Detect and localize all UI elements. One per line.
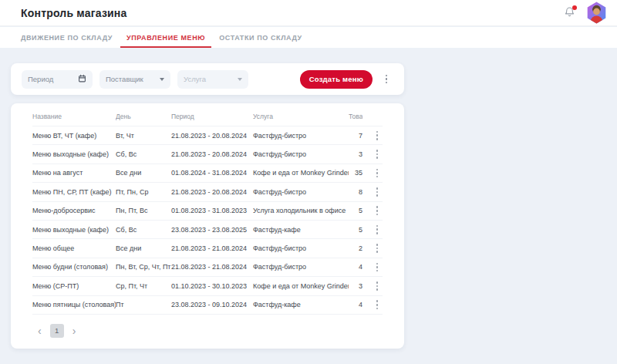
- tab-bar: ДВИЖЕНИЕ ПО СКЛАДУ УПРАВЛЕНИЕ МЕНЮ ОСТАТ…: [0, 27, 617, 48]
- header-actions: [562, 2, 607, 24]
- menu-table-card: Название День Период Услуга Товаров Меню…: [11, 103, 404, 349]
- cell-actions: [362, 185, 383, 199]
- kebab-icon: [376, 131, 379, 140]
- cell-items-count: 4: [349, 301, 362, 308]
- cell-service: Кофе и еда от Monkey Grinder: [253, 169, 349, 177]
- cell-service: Фастфуд-бистро: [253, 188, 349, 196]
- supplier-placeholder: Поставщик: [106, 75, 143, 83]
- table-row: Меню пятницы (столовая) Пт 23.08.2023 - …: [32, 296, 383, 315]
- cell-service: Услуга холодильник в офисе: [253, 207, 349, 214]
- cell-items-count: 8: [349, 188, 362, 196]
- period-filter[interactable]: Период: [22, 70, 93, 89]
- cell-name: Меню-добросервис: [32, 207, 116, 214]
- cell-period: 01.08.2023 - 31.08.2023: [171, 207, 253, 214]
- cell-period: 01.08.2024 - 31.08.2024: [171, 169, 253, 177]
- cell-actions: [362, 223, 383, 237]
- cell-period: 21.08.2023 - 20.08.2024: [171, 132, 253, 140]
- kebab-icon: [376, 206, 379, 215]
- row-actions-button[interactable]: [372, 129, 383, 143]
- cell-items-count: 5: [349, 226, 362, 234]
- page-number-button[interactable]: 1: [50, 324, 64, 338]
- notifications-button[interactable]: [562, 6, 576, 20]
- column-header-items: Товаров: [349, 113, 362, 120]
- store-control-page: Контроль магазина: [0, 0, 617, 364]
- cell-days: Пн, Пт, Вс: [116, 207, 171, 214]
- cell-days: Пн, Вт, Ср, Чт, Пт: [116, 263, 171, 271]
- period-placeholder: Период: [28, 75, 53, 83]
- prev-page-button[interactable]: ‹: [36, 325, 43, 336]
- cell-period: 21.08.2023 - 21.08.2024: [171, 263, 253, 271]
- cell-period: 21.08.2023 - 20.08.2024: [171, 188, 253, 196]
- column-header-day: День: [116, 113, 171, 120]
- table-row: Меню выходные (кафе) Сб, Вс 23.08.2023 -…: [32, 221, 383, 239]
- kebab-icon: [376, 244, 379, 253]
- tab-warehouse-stock[interactable]: ОСТАТКИ ПО СКЛАДУ: [213, 27, 308, 48]
- cell-actions: [362, 241, 383, 255]
- cell-days: Все дни: [116, 169, 171, 177]
- cell-service: Фастфуд-кафе: [253, 226, 349, 234]
- cell-items-count: 5: [349, 207, 362, 214]
- tab-menu-management[interactable]: УПРАВЛЕНИЕ МЕНЮ: [120, 27, 211, 48]
- row-actions-button[interactable]: [372, 241, 383, 255]
- user-avatar[interactable]: [586, 2, 607, 24]
- row-actions-button[interactable]: [372, 204, 383, 217]
- table-header-row: Название День Период Услуга Товаров: [32, 107, 383, 126]
- table-row: Меню ВТ, ЧТ (кафе) Вт, Чт 21.08.2023 - 2…: [32, 126, 383, 145]
- kebab-icon: [376, 263, 379, 272]
- cell-days: Сб, Вс: [116, 150, 171, 158]
- cell-service: Фастфуд-бистро: [253, 150, 349, 158]
- service-placeholder: Услуга: [184, 75, 206, 83]
- kebab-icon: [376, 281, 379, 291]
- row-actions-button[interactable]: [372, 147, 383, 161]
- cell-days: Пт, Пн, Ср: [116, 188, 171, 196]
- row-actions-button[interactable]: [372, 279, 383, 293]
- cell-items-count: 35: [349, 169, 362, 177]
- page-title: Контроль магазина: [21, 7, 127, 19]
- cell-name: Меню пятницы (столовая): [32, 301, 116, 308]
- column-header-service: Услуга: [253, 113, 349, 120]
- next-page-button[interactable]: ›: [71, 325, 78, 336]
- cell-actions: [362, 204, 383, 217]
- cell-service: Фастфуд-бистро: [253, 244, 349, 252]
- cell-name: Меню на август: [32, 169, 116, 177]
- cell-service: Фастфуд-бистро: [253, 132, 349, 140]
- cell-name: Меню будни (столовая): [32, 263, 116, 271]
- table-row: Меню общее Все дни 21.08.2023 - 21.08.20…: [32, 239, 383, 258]
- notification-dot: [572, 5, 577, 10]
- cell-name: Меню (СР-ПТ): [32, 282, 116, 290]
- row-actions-button[interactable]: [372, 185, 383, 199]
- cell-days: Ср, Пт, Чт: [116, 282, 171, 290]
- pagination: ‹ 1 ›: [11, 315, 404, 338]
- cell-period: 21.08.2023 - 21.08.2024: [171, 244, 253, 252]
- cell-days: Вт, Чт: [116, 132, 171, 140]
- row-actions-button[interactable]: [372, 223, 383, 237]
- supplier-filter[interactable]: Поставщик: [99, 70, 170, 89]
- cell-days: Пт: [116, 301, 171, 308]
- cell-items-count: 7: [349, 132, 362, 140]
- table-row: Меню (СР-ПТ) Ср, Пт, Чт 01.10.2023 - 30.…: [32, 277, 383, 295]
- cell-actions: [362, 260, 383, 274]
- row-actions-button[interactable]: [372, 298, 383, 312]
- column-header-name: Название: [32, 113, 116, 120]
- cell-items-count: 4: [349, 263, 362, 271]
- cell-service: Фастфуд-кафе: [253, 301, 349, 308]
- table-body: Меню ВТ, ЧТ (кафе) Вт, Чт 21.08.2023 - 2…: [11, 126, 404, 315]
- column-header-period: Период: [171, 113, 253, 120]
- cell-service: Фастфуд-бистро: [253, 263, 349, 271]
- service-filter[interactable]: Услуга: [177, 70, 248, 89]
- kebab-icon: [376, 225, 379, 234]
- table-row: Меню-добросервис Пн, Пт, Вс 01.08.2023 -…: [32, 202, 383, 221]
- create-menu-button[interactable]: Создать меню: [300, 70, 373, 89]
- kebab-icon: [376, 300, 379, 309]
- app-header: Контроль магазина: [0, 0, 617, 26]
- cell-days: Все дни: [116, 244, 171, 252]
- cell-name: Меню ПН, СР, ПТ (кафе): [32, 188, 116, 196]
- kebab-icon: [386, 75, 388, 84]
- cell-name: Меню выходные (кафе): [32, 226, 116, 234]
- cell-actions: [362, 147, 383, 161]
- kebab-icon: [376, 150, 379, 159]
- toolbar-more-button[interactable]: [379, 70, 393, 89]
- row-actions-button[interactable]: [372, 166, 383, 180]
- row-actions-button[interactable]: [372, 260, 383, 274]
- tab-warehouse-movement[interactable]: ДВИЖЕНИЕ ПО СКЛАДУ: [15, 27, 119, 48]
